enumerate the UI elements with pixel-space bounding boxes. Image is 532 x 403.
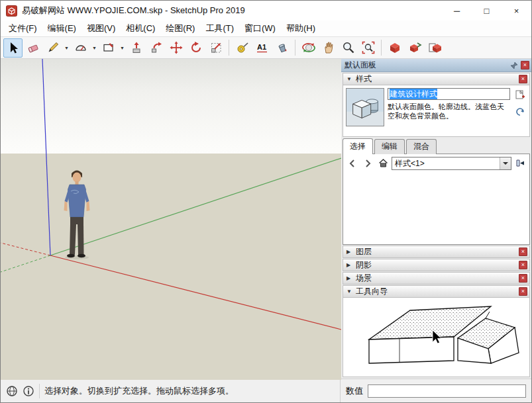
extension-warehouse-button[interactable] bbox=[425, 38, 444, 58]
secondary-pane-button[interactable] bbox=[513, 157, 527, 170]
app-window: 易破解网站 WWW.YPOJIE.COM.skp - SketchUp Pro … bbox=[0, 0, 532, 403]
pushpull-tool-button[interactable] bbox=[127, 38, 146, 58]
zoom-tool-button[interactable] bbox=[339, 38, 358, 58]
instructor-section-header[interactable]: ▼ 工具向导 × bbox=[343, 285, 530, 298]
main-area: 默认面板 × ▼ 样式 × bbox=[1, 59, 531, 379]
menu-edit[interactable]: 编辑(E) bbox=[42, 21, 81, 36]
toolbar-separator bbox=[295, 40, 295, 56]
tab-mix[interactable]: 混合 bbox=[406, 139, 437, 154]
expand-arrow-icon: ▶ bbox=[346, 262, 352, 268]
scenes-close-button[interactable]: × bbox=[519, 274, 527, 283]
followme-icon bbox=[150, 41, 163, 54]
followme-tool-button[interactable] bbox=[146, 38, 166, 58]
scale-tool-button[interactable] bbox=[206, 38, 225, 58]
shadows-section-header[interactable]: ▶ 阴影 × bbox=[343, 259, 530, 271]
scenes-section-header[interactable]: ▶ 场景 × bbox=[343, 272, 530, 285]
styles-tab-pane: 样式<1> bbox=[343, 154, 530, 245]
instructor-close-button[interactable]: × bbox=[519, 287, 527, 296]
3d-warehouse-button[interactable] bbox=[385, 38, 404, 58]
scenes-section-label: 场景 bbox=[356, 273, 515, 284]
tray-close-button[interactable]: × bbox=[521, 61, 529, 69]
rotate-tool-button[interactable] bbox=[186, 38, 205, 58]
text-tool-button[interactable]: A1 bbox=[252, 38, 272, 58]
layers-close-button[interactable]: × bbox=[519, 247, 527, 256]
home-button[interactable] bbox=[376, 157, 390, 170]
dropdown-arrow-icon bbox=[500, 157, 511, 169]
eraser-icon bbox=[27, 41, 40, 54]
style-buttons bbox=[513, 88, 527, 134]
menu-camera[interactable]: 相机(C) bbox=[121, 21, 160, 36]
share-model-button[interactable] bbox=[405, 38, 424, 58]
text-tool-icon: A1 bbox=[256, 41, 269, 54]
style-fields: 建筑设计样式 默认表面颜色。轮廓边线。浅蓝色天空和灰色背景颜色。 bbox=[388, 88, 510, 134]
instructor-illustration bbox=[360, 298, 525, 377]
tape-measure-icon bbox=[236, 41, 249, 54]
orbit-tool-button[interactable] bbox=[299, 38, 318, 58]
styles-section-header[interactable]: ▼ 样式 × bbox=[343, 73, 530, 85]
shadows-close-button[interactable]: × bbox=[519, 261, 527, 269]
info-icon[interactable] bbox=[23, 385, 34, 397]
create-style-button[interactable] bbox=[514, 89, 526, 101]
move-tool-button[interactable] bbox=[166, 38, 186, 58]
arc-tool-button[interactable] bbox=[71, 38, 90, 58]
geolocation-icon[interactable] bbox=[6, 385, 18, 397]
toolbar-separator bbox=[381, 40, 382, 56]
close-button[interactable]: × bbox=[502, 1, 531, 21]
status-hint: 选择对象。切换到扩充选择。拖动鼠标选择多项。 bbox=[44, 385, 234, 397]
rectangle-tool-button[interactable] bbox=[99, 38, 118, 58]
sky bbox=[1, 59, 341, 154]
collapse-arrow-icon: ▼ bbox=[346, 76, 352, 82]
instructor-panel-body bbox=[343, 298, 530, 377]
pan-tool-button[interactable] bbox=[319, 38, 338, 58]
style-collection-dropdown[interactable]: 样式<1> bbox=[392, 157, 511, 170]
3d-warehouse-icon bbox=[388, 41, 402, 54]
menu-window[interactable]: 窗口(W) bbox=[239, 21, 281, 36]
menu-tools[interactable]: 工具(T) bbox=[200, 21, 239, 36]
pin-icon[interactable] bbox=[510, 62, 518, 69]
minimize-button[interactable]: ─ bbox=[442, 1, 472, 21]
model-viewport[interactable] bbox=[1, 59, 341, 379]
forward-button[interactable] bbox=[361, 157, 374, 170]
style-thumbnail[interactable] bbox=[346, 88, 384, 126]
viewport-canvas[interactable] bbox=[1, 59, 341, 380]
eraser-tool-button[interactable] bbox=[23, 38, 42, 58]
arc-tool-dropdown[interactable]: ▼ bbox=[91, 38, 98, 58]
shadows-section-label: 阴影 bbox=[356, 259, 515, 271]
styles-tabs: 选择 编辑 混合 bbox=[343, 140, 530, 154]
tab-select[interactable]: 选择 bbox=[343, 138, 373, 154]
rotate-icon bbox=[189, 41, 203, 54]
style-name-field[interactable]: 建筑设计样式 bbox=[388, 88, 510, 100]
menu-help[interactable]: 帮助(H) bbox=[281, 21, 321, 36]
measurement-input[interactable] bbox=[368, 384, 526, 398]
window-title: 易破解网站 WWW.YPOJIE.COM.skp - SketchUp Pro … bbox=[22, 5, 245, 17]
tape-measure-tool-button[interactable] bbox=[233, 38, 252, 58]
svg-text:A1: A1 bbox=[257, 43, 266, 51]
toolbar: ▼ ▼ ▼ bbox=[1, 37, 531, 59]
pencil-icon bbox=[46, 41, 60, 54]
tray-title-bar: 默认面板 × bbox=[341, 59, 531, 72]
select-tool-button[interactable] bbox=[3, 38, 23, 58]
menu-view[interactable]: 视图(V) bbox=[81, 21, 121, 36]
toolbar-separator bbox=[229, 40, 229, 56]
styles-close-button[interactable]: × bbox=[519, 75, 527, 83]
styles-list-area[interactable] bbox=[343, 172, 529, 244]
menu-draw[interactable]: 绘图(R) bbox=[160, 21, 200, 36]
line-tool-button[interactable] bbox=[43, 38, 62, 58]
expand-arrow-icon: ▶ bbox=[346, 275, 352, 281]
update-style-button[interactable] bbox=[514, 106, 526, 118]
paint-bucket-tool-button[interactable] bbox=[272, 38, 292, 58]
layers-section-label: 图层 bbox=[356, 246, 515, 257]
line-tool-dropdown[interactable]: ▼ bbox=[63, 38, 70, 58]
rectangle-tool-dropdown[interactable]: ▼ bbox=[119, 38, 126, 58]
rectangle-icon bbox=[102, 41, 115, 54]
maximize-button[interactable]: □ bbox=[472, 1, 502, 21]
tab-edit[interactable]: 编辑 bbox=[374, 139, 405, 154]
menu-file[interactable]: 文件(F) bbox=[3, 21, 42, 36]
status-bar: 选择对象。切换到扩充选择。拖动鼠标选择多项。 数值 bbox=[1, 379, 531, 402]
styles-section-label: 样式 bbox=[356, 73, 515, 85]
window-controls: ─ □ × bbox=[442, 1, 531, 21]
zoom-extents-tool-button[interactable] bbox=[358, 38, 378, 58]
scale-icon bbox=[209, 41, 223, 54]
back-button[interactable] bbox=[346, 157, 359, 170]
layers-section-header[interactable]: ▶ 图层 × bbox=[343, 246, 530, 258]
